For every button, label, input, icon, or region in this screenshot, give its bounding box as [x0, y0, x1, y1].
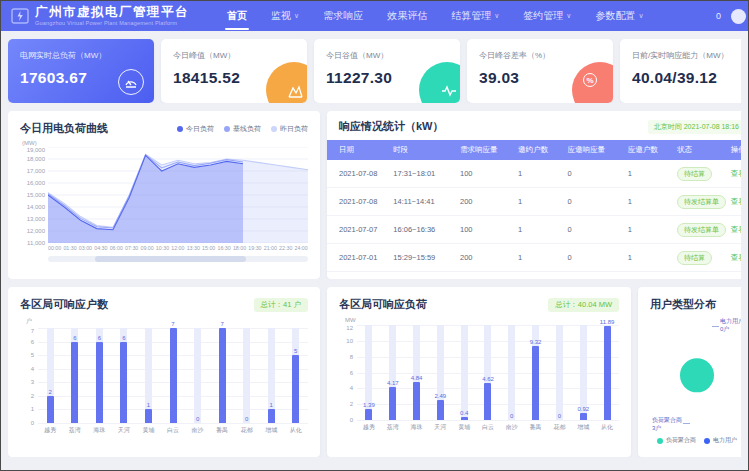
header-right: 0: [716, 9, 738, 24]
cell-status: 待发结算单: [673, 216, 727, 244]
legend-item-电力用户[interactable]: 电力用户: [704, 436, 737, 445]
legend-item-负荷聚合商[interactable]: 负荷聚合商: [657, 436, 696, 445]
legend-item-基线负荷[interactable]: 基线负荷: [224, 124, 261, 134]
response-stats-title: 响应情况统计（kW）: [339, 119, 444, 134]
district-load-title: 各区局可响应负荷: [339, 297, 427, 312]
notification-count[interactable]: 0: [716, 11, 721, 21]
bar-fill: [389, 387, 396, 420]
legend-label: 电力用户: [713, 436, 737, 445]
scrollbar-thumb[interactable]: [95, 256, 246, 262]
y-tick-label: 6: [350, 370, 353, 376]
y-tick-label: 12: [346, 325, 353, 331]
x-tick-label: 19:30: [248, 245, 261, 251]
x-tick-label: 04:30: [94, 245, 107, 251]
x-tick-label: 南沙: [500, 423, 524, 432]
response-stats-panel: 响应情况统计（kW） 北京时间 2021-07-08 18:16 日期时段需求响…: [327, 111, 741, 279]
bar-value-label: 2: [38, 389, 63, 395]
x-tick-label: 天河: [428, 423, 452, 432]
status-badge: 待结算: [677, 251, 712, 265]
kpi-label: 日前/实时响应能力（MW）: [632, 50, 741, 61]
kpi-label: 今日谷值（MW）: [326, 50, 448, 61]
percent-icon: %: [583, 73, 597, 87]
nav-item-label: 首页: [227, 9, 247, 23]
x-tick-label: 番禺: [210, 426, 235, 435]
chart-zoom-scrollbar: [48, 256, 308, 262]
gauge-icon: [118, 69, 144, 95]
cell-resp_users: 1: [624, 244, 673, 272]
table-header-row: 日期时段需求响应量邀约户数应邀响应量应邀户数状态操作: [327, 140, 741, 160]
y-tick-label: 19,000: [27, 147, 45, 153]
bar-黄埔: 1: [136, 328, 161, 423]
view-link[interactable]: 查看: [731, 225, 741, 234]
nav-item-效果评估[interactable]: 效果评估: [375, 1, 439, 31]
load-curve-title: 今日用电负荷曲线: [20, 121, 108, 136]
cell-status: 待结算: [673, 244, 727, 272]
legend-dot: [177, 126, 183, 132]
cell-responded: 0: [563, 188, 623, 216]
bar-fill: [71, 342, 78, 423]
nav-item-监视[interactable]: 监视∨: [259, 1, 311, 31]
x-tick-label: 07:30: [125, 245, 138, 251]
y-tick-label: 3: [31, 379, 34, 385]
user-type-legend: 负荷聚合商电力用户: [650, 436, 741, 447]
column-header: 时段: [389, 140, 456, 160]
nav-item-签约管理[interactable]: 签约管理∨: [511, 1, 583, 31]
y-tick-label: 2: [31, 393, 34, 399]
x-tick-label: 12:00: [171, 245, 184, 251]
bar-fill: [145, 409, 152, 423]
cell-date: 2021-07-07: [327, 216, 389, 244]
bar-越秀: 2: [38, 328, 63, 423]
y-axis-unit: MW: [345, 317, 619, 323]
bar-fill: [532, 346, 539, 420]
y-tick-label: 4: [31, 366, 34, 372]
x-tick-label: 15:00: [202, 245, 215, 251]
x-tick-label: 10:30: [156, 245, 169, 251]
bar-fill: [47, 396, 54, 423]
bar-track: [243, 328, 250, 423]
bar-fill: [120, 342, 127, 423]
kpi-card-3: 今日峰谷差率（%）39.03%: [467, 39, 613, 103]
dashboard-body: 电网实时总负荷（MW）17603.67今日峰值（MW）18415.52今日谷值（…: [1, 31, 748, 463]
bar-value-label: 4.62: [476, 376, 500, 382]
load-curve-panel: 今日用电负荷曲线 今日负荷基线负荷昨日负荷 (MW) 19,00018,0001…: [8, 111, 320, 279]
view-link[interactable]: 查看: [731, 197, 741, 206]
column-header: 应邀户数: [624, 140, 673, 160]
x-tick-label: 海珠: [405, 423, 429, 432]
user-avatar[interactable]: [731, 9, 746, 24]
view-link[interactable]: 查看: [731, 253, 741, 262]
bar-fill: [268, 409, 275, 423]
nav-item-需求响应[interactable]: 需求响应: [311, 1, 375, 31]
legend-item-昨日负荷[interactable]: 昨日负荷: [271, 124, 308, 134]
bar-fill: [365, 409, 372, 420]
column-header: 状态: [673, 140, 727, 160]
x-tick-label: 越秀: [357, 423, 381, 432]
column-header: 应邀响应量: [563, 140, 623, 160]
cell-action: 查看: [727, 244, 741, 272]
y-axis-unit: (MW): [22, 140, 308, 146]
cell-responded: 0: [563, 244, 623, 272]
nav-item-结算管理[interactable]: 结算管理∨: [439, 1, 511, 31]
bar-番禺: 7: [210, 328, 235, 423]
nav-item-参数配置[interactable]: 参数配置∨: [583, 1, 655, 31]
nav-item-首页[interactable]: 首页: [215, 1, 259, 31]
beijing-time-label: 北京时间 2021-07-08 18:16: [648, 120, 741, 134]
bar-白云: 7: [161, 328, 186, 423]
y-tick-label: 5: [31, 352, 34, 358]
cell-status: 待结算: [673, 160, 727, 188]
legend-label: 昨日负荷: [280, 124, 308, 134]
bar-value-label: 4.17: [381, 380, 405, 386]
cell-action: 查看: [727, 160, 741, 188]
kpi-card-0: 电网实时总负荷（MW）17603.67: [8, 39, 154, 103]
x-tick-label: 白云: [476, 423, 500, 432]
bar-value-label: 5: [283, 348, 308, 354]
bar-番禺: 9.32: [524, 325, 548, 420]
y-tick-label: 14,000: [27, 204, 45, 210]
view-link[interactable]: 查看: [731, 169, 741, 178]
legend-item-今日负荷[interactable]: 今日负荷: [177, 124, 214, 134]
response-table: 日期时段需求响应量邀约户数应邀响应量应邀户数状态操作 2021-07-0817:…: [327, 140, 741, 272]
bar-value-label: 11.89: [595, 319, 619, 325]
x-tick-label: 黄埔: [136, 426, 161, 435]
main-nav: 首页监视∨需求响应效果评估结算管理∨签约管理∨参数配置∨: [215, 1, 656, 31]
user-type-title: 用户类型分布: [650, 297, 741, 312]
district-users-panel: 各区局可响应户数 总计：41 户 户 0123456726661707015 越…: [8, 287, 320, 457]
